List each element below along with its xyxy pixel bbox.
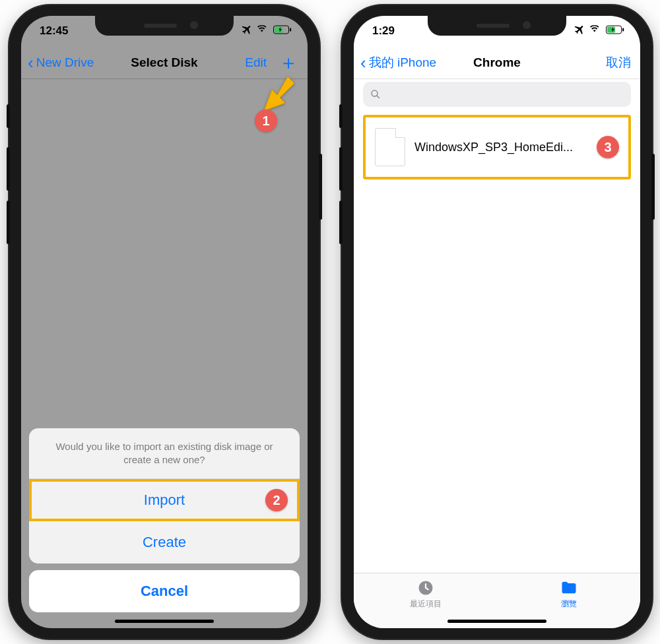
nav-back-label: 我的 iPhone: [369, 54, 436, 71]
wifi-icon: [590, 24, 602, 38]
file-name-label: WindowsXP_SP3_HomeEdi...: [414, 141, 587, 154]
nav-back-label: New Drive: [36, 55, 94, 70]
nav-bar: ‹ 我的 iPhone Chrome 取消: [354, 46, 640, 79]
annotation-badge-1: 1: [255, 110, 277, 132]
file-row[interactable]: WindowsXP_SP3_HomeEdi... 3: [363, 115, 631, 179]
svg-marker-3: [264, 77, 294, 111]
sheet-message: Would you like to import an existing dis…: [29, 428, 300, 480]
svg-rect-6: [622, 28, 624, 32]
nav-title: Select Disk: [131, 55, 197, 70]
airplane-icon: [574, 24, 586, 39]
sheet-option-import[interactable]: Import 2: [29, 479, 300, 521]
annotation-badge-2: 2: [265, 489, 288, 511]
nav-title: Chrome: [473, 55, 521, 70]
status-time: 12:45: [40, 24, 68, 38]
tab-recent-label: 最近項目: [410, 598, 442, 610]
home-indicator: [447, 620, 546, 623]
screen-right: 1:29 ‹ 我的 iPhone Chrome 取消: [354, 16, 640, 628]
search-input[interactable]: [363, 82, 631, 107]
nav-edit-button[interactable]: Edit: [245, 55, 267, 70]
sheet-cancel-button[interactable]: Cancel: [29, 570, 300, 612]
chevron-left-icon: ‹: [28, 54, 34, 71]
file-icon: [375, 128, 405, 166]
notch: [428, 16, 566, 36]
wifi-icon: [257, 24, 269, 38]
search-icon: [370, 88, 381, 100]
nav-back-button[interactable]: ‹ New Drive: [28, 54, 94, 71]
sheet-cancel-label: Cancel: [141, 583, 188, 600]
nav-back-button[interactable]: ‹ 我的 iPhone: [360, 54, 436, 71]
status-icons: [574, 24, 624, 39]
battery-icon: [273, 24, 292, 38]
airplane-icon: [242, 24, 253, 39]
sheet-option-import-label: Import: [144, 492, 185, 509]
sheet-option-create[interactable]: Create: [29, 521, 300, 564]
phone-mockup-right: 1:29 ‹ 我的 iPhone Chrome 取消: [342, 5, 652, 639]
folder-icon: [560, 579, 578, 597]
clock-icon: [416, 579, 435, 597]
status-icons: [242, 24, 292, 39]
svg-point-7: [372, 90, 378, 96]
svg-line-8: [377, 96, 380, 98]
home-indicator: [115, 620, 214, 623]
nav-add-button[interactable]: ＋: [279, 53, 298, 73]
battery-icon: [606, 24, 624, 38]
nav-cancel-button[interactable]: 取消: [606, 54, 631, 71]
svg-rect-2: [290, 28, 291, 32]
annotation-badge-3: 3: [597, 136, 619, 158]
sheet-option-create-label: Create: [143, 534, 186, 551]
notch: [95, 16, 234, 36]
action-sheet: Would you like to import an existing dis…: [29, 428, 300, 613]
chevron-left-icon: ‹: [360, 54, 366, 71]
tab-browse-label: 瀏覽: [561, 598, 577, 610]
phone-mockup-left: 12:45 ‹ New Drive Select Disk Edit: [9, 5, 319, 639]
status-time: 1:29: [372, 24, 395, 38]
screen-left: 12:45 ‹ New Drive Select Disk Edit: [21, 16, 308, 628]
